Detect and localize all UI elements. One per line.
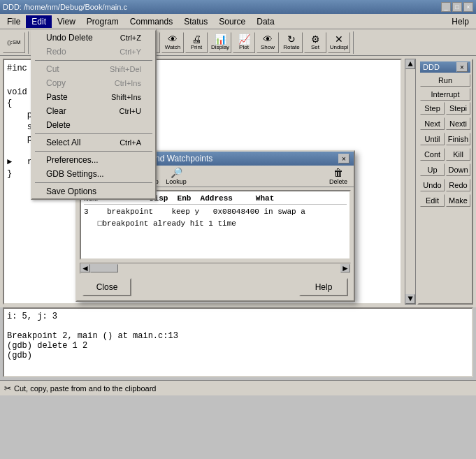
bp-delete-button[interactable]: 🗑 Delete [326, 167, 351, 185]
next-button[interactable]: Next [420, 117, 445, 130]
scroll-up-button[interactable]: ▲ [405, 59, 415, 69]
edit-menu-dropdown: Undo Delete Ctrl+Z Redo Ctrl+Y Cut Shift… [31, 29, 157, 200]
console-line: (gdb) delete 1 2 [7, 341, 469, 351]
menu-select-all[interactable]: Select All Ctrl+A [32, 136, 155, 150]
print-button[interactable]: 🖨 Print [185, 32, 208, 53]
run-button[interactable]: Run [420, 74, 470, 87]
title-bar: DDD: /home/nm/Debug/Book/main.c _ □ × [0, 0, 476, 14]
bp-lookup2-button[interactable]: 🔎 Lookup [164, 167, 189, 185]
breakpoints-content: Num Disp Enb Address What 3 breakpoint k… [80, 190, 351, 260]
ddd-panel-title: DDD × [420, 61, 470, 73]
close-button[interactable]: × [463, 2, 473, 12]
vertical-scrollbar[interactable]: ▲ ▼ [405, 59, 416, 305]
scroll-down-button[interactable]: ▼ [405, 294, 415, 304]
editmake-row: Edit Make [420, 194, 470, 208]
menu-edit[interactable]: Edit [26, 15, 52, 28]
window-controls: _ □ × [441, 2, 473, 12]
up-button[interactable]: Up [420, 163, 445, 176]
bp-row-2: □breakpoint already hit 1 time [84, 218, 347, 230]
cont-button[interactable]: Cont [420, 148, 445, 161]
scroll-thumb[interactable] [90, 264, 118, 272]
set-button[interactable]: ⚙ Set [304, 32, 326, 53]
redo-button[interactable]: Redo [446, 179, 470, 191]
cont-row: Cont Kill [420, 148, 470, 162]
undispl-button[interactable]: ✕ Undispl [328, 32, 350, 53]
maximize-button[interactable]: □ [452, 2, 462, 12]
menu-paste[interactable]: Paste Shift+Ins [32, 90, 155, 104]
menu-cut: Cut Shift+Del [32, 62, 155, 76]
console-area[interactable]: i: 5, j: 3 Breakpoint 2, main () at main… [3, 307, 473, 377]
console-line: i: 5, j: 3 [7, 312, 469, 321]
menu-undo-delete[interactable]: Undo Delete Ctrl+Z [32, 31, 155, 45]
menu-status[interactable]: Status [178, 15, 213, 28]
menu-save-options[interactable]: Save Options [32, 184, 155, 198]
breakpoints-action-buttons: Close Help [77, 274, 354, 300]
menu-gdb-settings[interactable]: GDB Settings... [32, 167, 155, 181]
display-button[interactable]: 📊 Display [209, 32, 231, 53]
updown-row: Up Down [420, 163, 470, 177]
menu-copy: Copy Ctrl+Ins [32, 76, 155, 90]
toolbar-sm-button[interactable]: ():SM [3, 32, 25, 53]
step-button[interactable]: Step [420, 102, 445, 115]
console-line: Breakpoint 2, main () at main.c:13 [7, 331, 469, 341]
menu-separator-1 [35, 60, 152, 61]
finish-button[interactable]: Finish [446, 133, 470, 145]
console-line: (gdb) [7, 351, 469, 360]
watch-button[interactable]: 👁 Watch [161, 32, 184, 53]
menu-separator-2 [35, 133, 152, 134]
breakpoints-help-btn[interactable]: Help [299, 278, 348, 296]
show-button[interactable]: 👁 Show [257, 32, 279, 53]
menu-separator-3 [35, 151, 152, 152]
menu-view[interactable]: View [52, 15, 81, 28]
down-button[interactable]: Down [446, 163, 470, 176]
breakpoints-h-scrollbar[interactable]: ◄ ► [80, 263, 351, 274]
breakpoints-close-button[interactable]: × [338, 154, 349, 163]
status-text: Cut, copy, paste from and to the clipboa… [14, 384, 156, 393]
undoredo-row: Undo Redo [420, 179, 470, 193]
ddd-close-button[interactable]: × [456, 62, 468, 72]
menu-redo: Redo Ctrl+Y [32, 45, 155, 59]
menu-file[interactable]: File [1, 15, 26, 28]
make-button[interactable]: Make [446, 194, 470, 207]
next-row: Next Nexti [420, 117, 470, 131]
rotate-button[interactable]: ↻ Rotate [280, 32, 303, 53]
scroll-left-button[interactable]: ◄ [80, 264, 90, 272]
bp-row-1: 3 breakpoint keep y 0x08048400 in swap a [84, 206, 347, 218]
status-icon: ✂ [4, 384, 11, 393]
scroll-right-button[interactable]: ► [340, 264, 350, 272]
menu-bar: File Edit View Program Commands Status S… [0, 14, 476, 29]
ddd-panel: DDD × Run Interrupt Step Stepi Next Next… [417, 59, 473, 305]
until-button[interactable]: Until [420, 133, 445, 145]
until-row: Until Finish [420, 133, 470, 147]
breakpoints-close-btn[interactable]: Close [82, 278, 131, 296]
nexti-button[interactable]: Nexti [446, 117, 470, 130]
console-line [7, 321, 469, 331]
menu-source[interactable]: Source [213, 15, 251, 28]
menu-data[interactable]: Data [251, 15, 280, 28]
toolbar-section-main: ():SM [3, 31, 29, 54]
menu-commands[interactable]: Commands [124, 15, 178, 28]
menu-delete[interactable]: Delete [32, 118, 155, 132]
stepi-button[interactable]: Stepi [446, 102, 470, 115]
kill-button[interactable]: Kill [446, 148, 470, 161]
menu-help[interactable]: Help [446, 15, 475, 28]
menu-preferences[interactable]: Preferences... [32, 153, 155, 167]
minimize-button[interactable]: _ [441, 2, 451, 12]
interrupt-button[interactable]: Interrupt [420, 88, 470, 101]
menu-separator-4 [35, 182, 152, 183]
status-bar: ✂ Cut, copy, paste from and to the clipb… [0, 380, 476, 395]
plot-button[interactable]: 📈 Plot [233, 32, 255, 53]
edit-button[interactable]: Edit [420, 194, 445, 207]
menu-program[interactable]: Program [81, 15, 124, 28]
menu-clear[interactable]: Clear Ctrl+U [32, 104, 155, 118]
undo-button[interactable]: Undo [420, 179, 445, 191]
step-row: Step Stepi [420, 102, 470, 116]
title-text: DDD: /home/nm/Debug/Book/main.c [3, 3, 127, 11]
